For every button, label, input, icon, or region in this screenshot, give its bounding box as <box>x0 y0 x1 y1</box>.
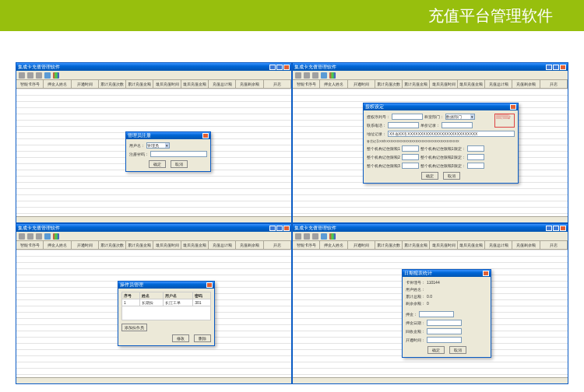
nav-icon[interactable] <box>321 233 327 240</box>
col[interactable]: 充值总计额 <box>485 241 512 249</box>
refund-input[interactable] <box>427 328 462 334</box>
col[interactable]: 最后充值金额 <box>181 80 209 88</box>
col[interactable]: 开通时间 <box>348 241 375 249</box>
limit2b-input[interactable] <box>467 154 484 160</box>
col[interactable]: 充值总计额 <box>209 241 236 249</box>
color-icon[interactable] <box>53 233 59 240</box>
deposit-input[interactable] <box>419 311 454 317</box>
limit3-input[interactable] <box>402 163 419 169</box>
tool-icon[interactable] <box>36 233 42 240</box>
col[interactable]: 开通时间 <box>348 80 375 88</box>
open-input[interactable] <box>427 337 462 343</box>
maximize-button[interactable] <box>276 226 283 231</box>
col[interactable]: 智能卡序号 <box>293 80 320 88</box>
col[interactable]: 累计充值次数 <box>99 241 126 249</box>
col[interactable]: 智能卡序号 <box>293 241 320 249</box>
operator-table[interactable]: 序号 姓名 用户名 密码 1 长期操 长江工单 301 <box>121 292 211 306</box>
col[interactable]: 累计充值金额 <box>126 241 153 249</box>
phone-input[interactable] <box>388 122 419 128</box>
maximize-button[interactable] <box>276 65 283 70</box>
tool-icon[interactable] <box>27 72 33 79</box>
col[interactable]: 开通时间 <box>72 241 99 249</box>
tool-icon[interactable] <box>36 72 42 79</box>
password-input[interactable] <box>150 151 207 157</box>
titlebar[interactable]: 集成卡充值管理软件 <box>293 224 568 232</box>
username-select[interactable]: 管理员 <box>146 142 170 149</box>
col[interactable]: 押金人姓名 <box>44 80 71 88</box>
close-icon[interactable] <box>510 104 516 110</box>
col[interactable]: 最后充值金额 <box>458 241 485 249</box>
addr-input[interactable]: XX省XX市XXXXXXXXXXXXXXXXXXXXXXXXXXX <box>388 131 515 137</box>
col[interactable]: 押金人姓名 <box>320 80 347 88</box>
col[interactable]: 充值剩余额 <box>512 80 540 88</box>
titlebar[interactable]: 集成卡充值管理软件 <box>16 63 291 71</box>
col[interactable]: 姓名 <box>139 292 163 299</box>
tool-icon[interactable] <box>312 233 318 240</box>
tool-icon[interactable] <box>304 233 310 240</box>
ok-button[interactable]: 确定 <box>149 160 166 168</box>
col[interactable]: 押金人姓名 <box>44 241 71 249</box>
titlebar[interactable]: 集成卡充值管理软件 <box>16 224 291 232</box>
cancel-button[interactable]: 取消 <box>171 160 188 168</box>
tool-icon[interactable] <box>304 72 310 79</box>
col[interactable]: 最后充值金额 <box>458 80 485 88</box>
col[interactable]: 最后充值时间 <box>153 80 181 88</box>
tool-icon[interactable] <box>19 72 25 79</box>
titlebar[interactable]: 集成卡充值管理软件 <box>293 63 568 71</box>
close-button[interactable] <box>560 65 566 70</box>
data-grid[interactable]: 管理员注册 用户名： 管理员 注册密码： 确定 取消 <box>16 89 291 216</box>
col[interactable]: 累计充值金额 <box>126 80 153 88</box>
limit2-input[interactable] <box>402 154 419 160</box>
col[interactable]: 充值剩余额 <box>512 241 540 249</box>
col[interactable]: 累计充值次数 <box>375 80 403 88</box>
delete-button[interactable]: 删除 <box>194 334 211 342</box>
col[interactable]: 开通时间 <box>72 80 99 88</box>
close-button[interactable] <box>560 226 566 231</box>
col[interactable]: 开店 <box>264 80 291 88</box>
col[interactable]: 充值总计额 <box>209 80 236 88</box>
cancel-button[interactable]: 取消 <box>449 346 466 354</box>
col[interactable]: 充值总计额 <box>485 80 512 88</box>
col[interactable]: 押金人姓名 <box>320 241 347 249</box>
dialog-titlebar[interactable]: 管理员注册 <box>126 132 210 139</box>
col[interactable]: 累计充值金额 <box>403 241 430 249</box>
close-button[interactable] <box>283 226 290 231</box>
col[interactable]: 开店 <box>540 241 568 249</box>
col[interactable]: 最后充值金额 <box>181 241 209 249</box>
col[interactable]: 序号 <box>122 292 140 299</box>
minimize-button[interactable] <box>269 226 276 231</box>
data-grid[interactable]: 日期报表统计 卡管理号：110144 用户姓名： 累计总额：0.0 剩余余额：0… <box>293 250 568 377</box>
ok-button[interactable]: 确定 <box>427 346 445 354</box>
col[interactable]: 累计充值次数 <box>99 80 126 88</box>
col[interactable]: 开店 <box>540 80 568 88</box>
color-icon[interactable] <box>329 72 336 79</box>
limit1b-input[interactable] <box>467 145 484 152</box>
table-row[interactable]: 1 长期操 长江工单 301 <box>122 299 211 306</box>
limit1-input[interactable] <box>402 145 419 152</box>
col[interactable]: 充值剩余额 <box>236 80 263 88</box>
minimize-button[interactable] <box>546 65 552 70</box>
col[interactable]: 累计充值金额 <box>403 80 430 88</box>
col[interactable]: 用户名 <box>164 292 193 299</box>
col[interactable]: 累计充值次数 <box>375 241 403 249</box>
col[interactable]: 最后充值时间 <box>153 241 181 249</box>
color-icon[interactable] <box>329 233 336 240</box>
limit3b-input[interactable] <box>467 163 484 169</box>
unit-input[interactable] <box>442 122 473 128</box>
close-button[interactable] <box>283 65 290 70</box>
ok-button[interactable]: 确定 <box>421 172 438 180</box>
nav-icon[interactable] <box>44 233 51 240</box>
col[interactable]: 最后充值时间 <box>430 241 457 249</box>
tool-icon[interactable] <box>295 72 301 79</box>
dept-select[interactable]: 数据部门 <box>445 114 475 120</box>
tool-icon[interactable] <box>295 233 301 240</box>
add-operator-button[interactable]: 添加操作员 <box>121 324 147 331</box>
tool-icon[interactable] <box>312 72 318 79</box>
close-icon[interactable] <box>202 133 209 138</box>
close-icon[interactable] <box>206 282 213 288</box>
dialog-titlebar[interactable]: 授权设定 <box>364 103 518 110</box>
maximize-button[interactable] <box>553 65 559 70</box>
col[interactable]: 智能卡序号 <box>16 241 44 249</box>
col[interactable]: 开店 <box>264 241 291 249</box>
minimize-button[interactable] <box>546 226 552 231</box>
